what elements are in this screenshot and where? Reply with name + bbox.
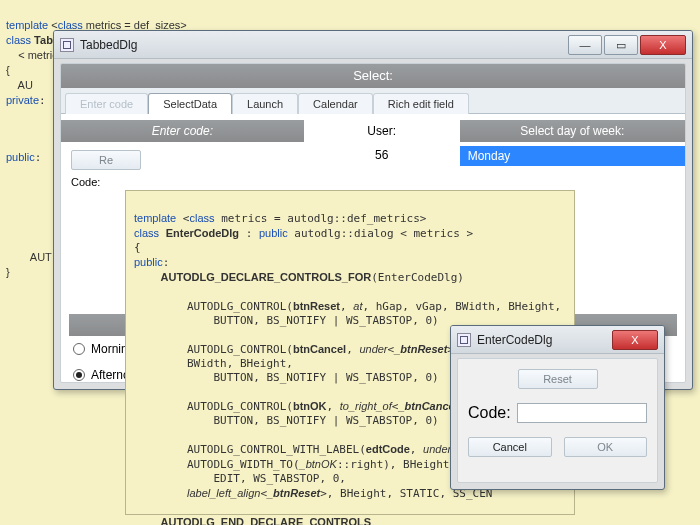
tab-rich-edit[interactable]: Rich edit field [373,93,469,114]
titlebar[interactable]: TabbedDlg — ▭ X [54,31,692,59]
code-label: Code: [71,176,100,188]
tab-select-data[interactable]: SelectData [148,93,232,114]
close-button[interactable]: X [640,35,686,55]
enter-code-dialog-window: EnterCodeDlg X Reset Code: Cancel OK [450,325,665,490]
app-icon [457,333,471,347]
reset-button-clipped[interactable]: Re [71,150,141,170]
col-header-enter-code: Enter code: [61,120,304,142]
code-input[interactable] [517,403,647,423]
titlebar[interactable]: EnterCodeDlg X [451,326,664,354]
reset-button[interactable]: Reset [518,369,598,389]
maximize-button[interactable]: ▭ [604,35,638,55]
tab-strip: Enter code SelectData Launch Calendar Ri… [61,88,685,114]
client-area: Reset Code: Cancel OK [457,358,658,483]
tab-calendar[interactable]: Calendar [298,93,373,114]
window-title: TabbedDlg [80,38,566,52]
day-option-selected[interactable]: Monday [460,146,685,166]
minimize-button[interactable]: — [568,35,602,55]
code-label: Code: [468,404,511,422]
col-header-user: User: [304,120,460,142]
ok-button[interactable]: OK [564,437,648,457]
tab-enter-code[interactable]: Enter code [65,93,148,114]
radio-icon [73,343,85,355]
cancel-button[interactable]: Cancel [468,437,552,457]
app-icon [60,38,74,52]
radio-icon [73,369,85,381]
tab-launch[interactable]: Launch [232,93,298,114]
close-button[interactable]: X [612,330,658,350]
select-header: Select: [61,64,685,88]
col-header-day: Select day of week: [460,120,685,142]
window-title: EnterCodeDlg [477,333,610,347]
user-value: 56 [304,142,460,162]
